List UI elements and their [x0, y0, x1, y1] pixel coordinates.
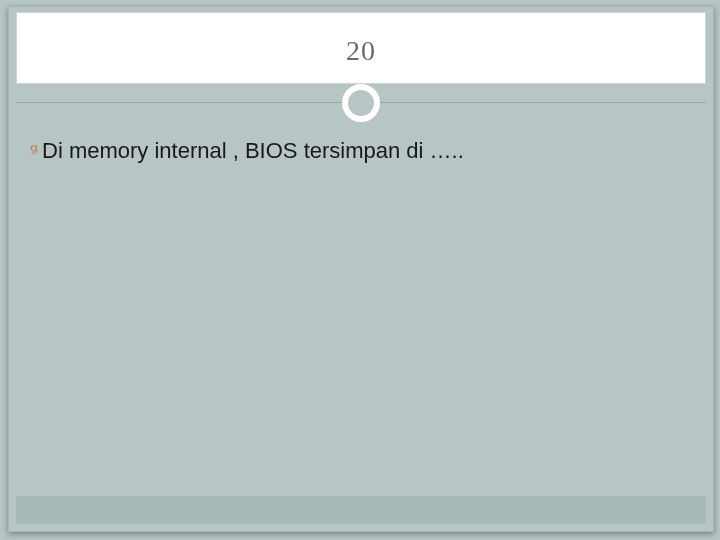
- slide-footer: [16, 496, 706, 524]
- bullet-text: Di memory internal , BIOS tersimpan di ……: [42, 138, 464, 164]
- slide-number: 20: [17, 35, 705, 67]
- slide-container: 20 ᵍ Di memory internal , BIOS tersimpan…: [8, 6, 714, 532]
- bullet-icon: ᵍ: [30, 138, 38, 164]
- slide-body: ᵍ Di memory internal , BIOS tersimpan di…: [30, 138, 692, 164]
- list-item: ᵍ Di memory internal , BIOS tersimpan di…: [30, 138, 692, 164]
- decorative-ring-icon: [342, 84, 380, 122]
- slide-header: 20: [16, 12, 706, 84]
